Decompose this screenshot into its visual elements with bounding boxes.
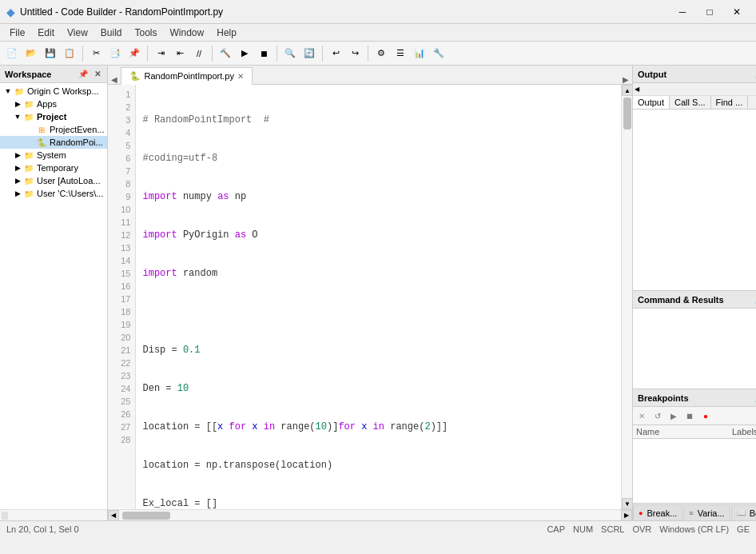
tb-indent[interactable]: ⇥ xyxy=(152,45,169,62)
bottom-tab-break[interactable]: ● Break... xyxy=(633,504,682,520)
breakpoints-pin[interactable]: 📌 xyxy=(753,393,756,402)
folder-icon-origin: 📁 xyxy=(13,86,26,97)
expand-icon-user-cusers[interactable]: ▶ xyxy=(13,189,22,198)
output-scroll-track[interactable] xyxy=(641,86,756,93)
bottom-tab-varia[interactable]: ≡ Varia... xyxy=(683,504,730,520)
tb-misc4[interactable]: 🔧 xyxy=(430,45,448,62)
tb-misc3[interactable]: 📊 xyxy=(411,45,428,62)
command-input[interactable] xyxy=(633,309,756,389)
menu-edit[interactable]: Edit xyxy=(31,26,61,40)
tab-label: RandomPointImport.py xyxy=(144,71,234,81)
vscroll-track[interactable] xyxy=(622,96,632,498)
tree-item-projectevent[interactable]: ⊞ ProjectEven... xyxy=(0,123,107,136)
tb-save[interactable]: 💾 xyxy=(42,45,59,62)
tree-item-project[interactable]: ▼ 📁 Project xyxy=(0,110,107,123)
expand-icon-user-autoload[interactable]: ▶ xyxy=(13,176,22,185)
statusbar-left: Ln 20, Col 1, Sel 0 xyxy=(6,524,79,534)
workspace-pin[interactable]: 📌 xyxy=(77,70,90,78)
editor-vscroll[interactable]: ▲ ▼ xyxy=(621,85,632,509)
output-tab-find[interactable]: Find ... xyxy=(711,96,749,109)
workspace-close[interactable]: ✕ xyxy=(93,70,102,78)
vscroll-thumb[interactable] xyxy=(623,98,631,130)
tb-run[interactable]: ▶ xyxy=(236,45,253,62)
menu-window[interactable]: Window xyxy=(164,26,211,40)
tb-undo[interactable]: ↩ xyxy=(327,45,344,62)
tab-randompointimport[interactable]: 🐍 RandomPointImport.py ✕ xyxy=(121,67,253,85)
output-pin[interactable]: 📌 xyxy=(753,70,756,78)
expand-icon-projectevent xyxy=(26,125,35,134)
minimize-button[interactable]: ─ xyxy=(670,3,695,21)
tb-new[interactable]: 📄 xyxy=(3,45,21,62)
expand-icon-apps[interactable]: ▶ xyxy=(13,99,22,109)
tb-paste[interactable]: 📌 xyxy=(125,45,143,62)
tab-scroll-right[interactable]: ▶ xyxy=(619,75,632,84)
menu-build[interactable]: Build xyxy=(94,26,129,40)
bp-stop-btn[interactable]: ⏹ xyxy=(682,409,697,423)
tb-replace[interactable]: 🔄 xyxy=(300,45,318,62)
lnum-21: 21 xyxy=(108,344,135,357)
tb-comment[interactable]: // xyxy=(190,45,208,62)
output-text-area[interactable] xyxy=(633,110,756,290)
close-button[interactable]: ✕ xyxy=(724,3,750,21)
tb-stop[interactable]: ⏹ xyxy=(255,45,273,62)
bp-delete-btn[interactable]: ✕ xyxy=(635,409,649,423)
tb-cut[interactable]: ✂ xyxy=(87,45,105,62)
hscroll-right-btn[interactable]: ▶ xyxy=(621,510,632,521)
tb-find[interactable]: 🔍 xyxy=(281,45,299,62)
expand-icon-temporary[interactable]: ▶ xyxy=(13,163,22,173)
menu-tools[interactable]: Tools xyxy=(129,26,164,40)
tree-item-temporary[interactable]: ▶ 📁 Temporary xyxy=(0,161,107,174)
tb-redo[interactable]: ↪ xyxy=(346,45,364,62)
expand-icon-origin[interactable]: ▼ xyxy=(3,86,13,96)
tb-build[interactable]: 🔨 xyxy=(217,45,234,62)
lnum-3: 3 xyxy=(108,114,135,126)
lnum-27: 27 xyxy=(108,420,135,433)
bp-add-btn[interactable]: ● xyxy=(698,409,713,423)
lnum-25: 25 xyxy=(108,395,135,408)
sep3 xyxy=(212,46,213,62)
tree-item-user-autoload[interactable]: ▶ 📁 User [AutoLoa... xyxy=(0,174,107,187)
code-content[interactable]: # RandomPointImport # #coding=utf-8 impo… xyxy=(136,85,621,509)
tree-item-user-cusers[interactable]: ▶ 📁 User 'C:\Users\... xyxy=(0,187,107,200)
tb-misc1[interactable]: ⚙ xyxy=(372,45,390,62)
breakpoints-controls: 📌 ✕ xyxy=(753,393,756,402)
lnum-2: 2 xyxy=(108,101,135,114)
workspace-scrollbar-h[interactable] xyxy=(0,509,107,520)
maximize-button[interactable]: □ xyxy=(697,3,722,21)
menu-view[interactable]: View xyxy=(61,26,94,40)
bottom-tab-book[interactable]: 📖 Book... xyxy=(731,504,756,520)
lnum-18: 18 xyxy=(108,305,135,318)
tb-misc2[interactable]: ☰ xyxy=(392,45,409,62)
tb-open[interactable]: 📂 xyxy=(22,45,40,62)
hscroll-thumb xyxy=(122,512,170,520)
hscroll-track[interactable] xyxy=(119,510,621,521)
bp-refresh-btn[interactable]: ↺ xyxy=(651,409,665,423)
output-tab-output[interactable]: Output xyxy=(633,96,670,109)
output-tab-callstack[interactable]: Call S... xyxy=(670,96,711,109)
expand-icon-system[interactable]: ▶ xyxy=(13,150,22,160)
tree-item-randompoint[interactable]: 🐍 RandomPoi... xyxy=(0,136,107,149)
command-content[interactable]: ▲ ▼ xyxy=(633,309,756,389)
expand-icon-project[interactable]: ▼ xyxy=(13,112,22,122)
output-scroll-left[interactable]: ◀ xyxy=(635,86,639,93)
tab-file-icon: 🐍 xyxy=(129,71,141,82)
tb-copy[interactable]: 📑 xyxy=(106,45,124,62)
sep1 xyxy=(82,46,83,62)
tb-outdent[interactable]: ⇤ xyxy=(171,45,189,62)
bp-run-btn[interactable]: ▶ xyxy=(666,409,681,423)
editor-hscroll[interactable]: ◀ ▶ xyxy=(108,509,632,520)
hscroll-left-btn[interactable]: ◀ xyxy=(108,510,119,521)
tab-scroll-left[interactable]: ◀ xyxy=(108,75,121,84)
tb-save2[interactable]: 📋 xyxy=(61,45,78,62)
menu-help[interactable]: Help xyxy=(210,26,243,40)
tab-close-btn[interactable]: ✕ xyxy=(237,72,244,81)
tree-item-origin[interactable]: ▼ 📁 Origin C Worksp... xyxy=(0,85,107,98)
command-pin[interactable]: 📌 xyxy=(753,295,756,304)
folder-icon-user-cusers: 📁 xyxy=(22,188,35,199)
output-hscroll[interactable]: ◀ ▶ xyxy=(633,83,756,96)
vscroll-up-btn[interactable]: ▲ xyxy=(622,85,632,96)
tree-item-apps[interactable]: ▶ 📁 Apps xyxy=(0,98,107,110)
tree-item-system[interactable]: ▶ 📁 System xyxy=(0,149,107,161)
vscroll-down-btn[interactable]: ▼ xyxy=(622,498,632,509)
menu-file[interactable]: File xyxy=(3,26,31,40)
